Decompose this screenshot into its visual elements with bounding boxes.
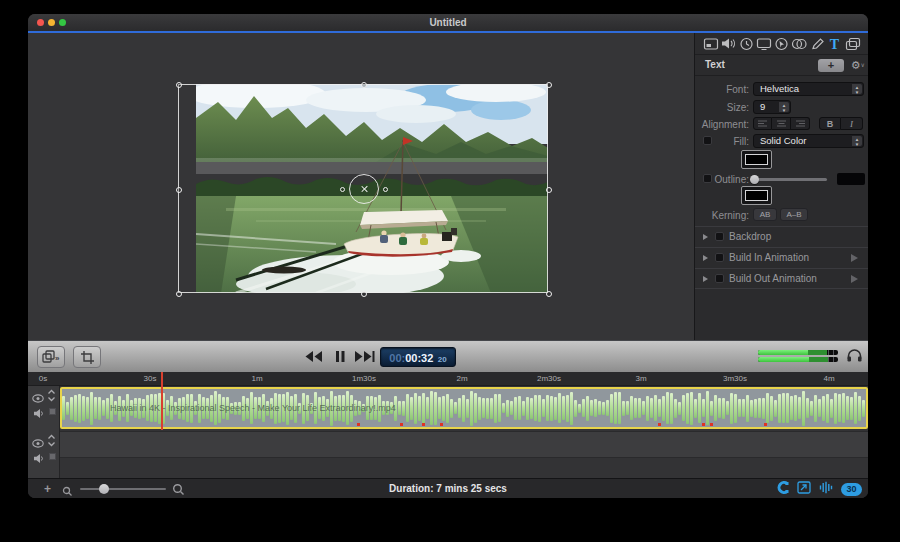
- waveform-bar: [582, 399, 585, 417]
- headphones-icon[interactable]: [846, 347, 863, 367]
- selection-handle[interactable]: [176, 82, 182, 88]
- fill-value: Solid Color: [760, 135, 806, 146]
- fill-dropdown[interactable]: Solid Color ▲▼: [753, 134, 864, 148]
- selection-handle[interactable]: [176, 187, 182, 193]
- waveform-bar: [542, 399, 545, 417]
- crop-button[interactable]: [73, 346, 101, 368]
- preview-play-icon[interactable]: [851, 254, 858, 262]
- pause-button[interactable]: [334, 349, 346, 368]
- add-text-button[interactable]: +: [818, 59, 844, 72]
- annotations-icon[interactable]: [809, 36, 826, 51]
- track-mute-icon[interactable]: [33, 450, 45, 468]
- rewind-button[interactable]: [304, 349, 324, 368]
- build-in-checkbox[interactable]: [715, 253, 724, 262]
- waveform-bar: [594, 399, 597, 417]
- selection-handle[interactable]: [546, 82, 552, 88]
- waveform-bar: [646, 396, 649, 421]
- callout-icon[interactable]: [773, 36, 790, 51]
- disclosure-triangle-icon[interactable]: [703, 234, 708, 240]
- waveform-bar: [758, 398, 761, 418]
- left-anchor-dot[interactable]: [340, 187, 345, 192]
- text-panel-header: Text + ⚙∨: [695, 55, 868, 76]
- kerning-label: Kerning:: [695, 208, 749, 223]
- fast-forward-button[interactable]: [354, 349, 376, 368]
- track-mute-icon[interactable]: [33, 405, 45, 423]
- kerning-tighten-button[interactable]: AB: [753, 208, 777, 221]
- waveform-bar: [426, 397, 429, 419]
- clip-marker: [422, 423, 425, 426]
- waveform-bar: [90, 392, 93, 425]
- fill-color-well[interactable]: [741, 150, 772, 169]
- waveform-bar: [642, 401, 645, 415]
- waveform-bar: [762, 398, 765, 419]
- outline-slider-track[interactable]: [753, 178, 827, 181]
- audio-waveform-icon[interactable]: [819, 480, 833, 498]
- outline-slider-knob[interactable]: [750, 175, 759, 184]
- touch-callout-icon[interactable]: [791, 36, 808, 51]
- video-properties-icon[interactable]: [702, 36, 719, 51]
- backdrop-checkbox[interactable]: [715, 232, 724, 241]
- video-clip[interactable]: Hawaii in 4K - Inspirational Speech - Ma…: [60, 387, 868, 429]
- preview-play-icon[interactable]: [851, 275, 858, 283]
- scale-to-fit-icon[interactable]: [797, 480, 811, 498]
- snapping-magnet-icon[interactable]: [775, 480, 789, 498]
- outline-color-well[interactable]: [741, 186, 772, 205]
- waveform-bar: [586, 396, 589, 421]
- text-properties-icon[interactable]: T: [826, 36, 843, 51]
- audio-properties-icon[interactable]: [720, 36, 737, 51]
- size-dropdown[interactable]: 9 ▲▼: [753, 100, 791, 114]
- timeline-ruler[interactable]: 0s30s1m1m30s2m2m30s3m3m30s4m: [28, 372, 868, 386]
- outline-value-box[interactable]: [837, 173, 865, 185]
- track-height-handle[interactable]: [49, 453, 56, 460]
- playhead[interactable]: [161, 372, 163, 430]
- track-reorder-icon[interactable]: [47, 433, 56, 451]
- style-buttons: B I: [819, 117, 863, 130]
- track-2-lane[interactable]: [28, 431, 868, 458]
- selection-handle[interactable]: [546, 291, 552, 297]
- waveform-bar: [610, 394, 613, 423]
- waveform-bar: [730, 393, 733, 424]
- inspector-panel: T Text + ⚙∨ Font: Helvetica ▲▼ Size: 9 ▲…: [694, 33, 868, 340]
- italic-button[interactable]: I: [841, 117, 863, 130]
- outline-row: Outline:: [695, 172, 868, 187]
- disclosure-triangle-icon[interactable]: [703, 255, 708, 261]
- selection-box[interactable]: [178, 84, 548, 293]
- add-clip-button[interactable]: »: [37, 346, 65, 368]
- waveform-bar: [562, 396, 565, 420]
- track-height-handle[interactable]: [49, 408, 56, 415]
- selection-handle[interactable]: [176, 291, 182, 297]
- disclosure-triangle-icon[interactable]: [703, 276, 708, 282]
- waveform-bar: [626, 401, 629, 415]
- waveform-bar: [526, 397, 529, 420]
- waveform-bar: [770, 396, 773, 421]
- build-out-animation-section[interactable]: Build Out Animation: [695, 268, 868, 289]
- align-center-button[interactable]: [772, 117, 791, 130]
- font-dropdown[interactable]: Helvetica ▲▼: [753, 82, 864, 96]
- waveform-bar: [678, 402, 681, 415]
- waveform-bar: [442, 396, 445, 421]
- bold-button[interactable]: B: [819, 117, 841, 130]
- selection-handle[interactable]: [361, 291, 367, 297]
- framerate-badge[interactable]: 30: [841, 483, 862, 496]
- waveform-bar: [462, 395, 465, 422]
- screen-recording-properties-icon[interactable]: [755, 36, 772, 51]
- clip-marker: [702, 423, 705, 426]
- audio-level-meter: [758, 350, 838, 363]
- media-library-icon[interactable]: [844, 36, 861, 51]
- waveform-bar: [814, 395, 817, 422]
- waveform-bar: [718, 398, 721, 418]
- build-out-checkbox[interactable]: [715, 274, 724, 283]
- right-anchor-dot[interactable]: [383, 187, 388, 192]
- kerning-loosen-button[interactable]: A–B: [780, 208, 808, 221]
- selection-handle[interactable]: [361, 82, 367, 88]
- track-reorder-icon[interactable]: [47, 388, 56, 406]
- build-in-animation-section[interactable]: Build In Animation: [695, 247, 868, 268]
- selection-handle[interactable]: [546, 187, 552, 193]
- align-right-button[interactable]: [791, 117, 810, 130]
- video-motion-icon[interactable]: [738, 36, 755, 51]
- align-left-button[interactable]: [753, 117, 772, 130]
- canvas-area[interactable]: [28, 33, 694, 340]
- timeline: 0s30s1m1m30s2m2m30s3m3m30s4m Hawaii in 4…: [28, 372, 868, 478]
- gear-icon[interactable]: ⚙∨: [851, 58, 865, 73]
- backdrop-section[interactable]: Backdrop: [695, 226, 868, 247]
